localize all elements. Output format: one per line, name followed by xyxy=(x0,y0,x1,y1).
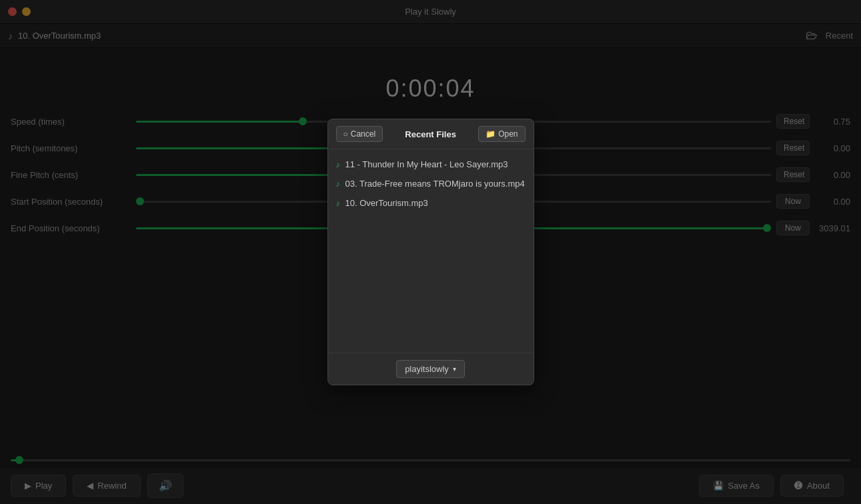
profile-label: playitslowly xyxy=(405,364,449,374)
modal-overlay[interactable]: ○ Cancel Recent Files 📁 Open ♪ 11 - Thun… xyxy=(0,0,861,504)
modal-footer: playitslowly ▾ xyxy=(328,353,534,385)
list-item[interactable]: ♪ 11 - Thunder In My Heart - Leo Sayer.m… xyxy=(328,155,534,174)
file-item-icon: ♪ xyxy=(336,199,340,208)
list-item[interactable]: ♪ 10. OverTourism.mp3 xyxy=(328,193,534,213)
modal-header: ○ Cancel Recent Files 📁 Open xyxy=(328,119,534,149)
modal-title: Recent Files xyxy=(388,129,473,139)
dropdown-arrow-icon: ▾ xyxy=(453,365,456,373)
file-item-name: 10. OverTourism.mp3 xyxy=(345,198,428,208)
file-item-name: 11 - Thunder In My Heart - Leo Sayer.mp3 xyxy=(345,159,508,169)
modal-file-list: ♪ 11 - Thunder In My Heart - Leo Sayer.m… xyxy=(328,149,534,353)
recent-files-modal: ○ Cancel Recent Files 📁 Open ♪ 11 - Thun… xyxy=(327,119,534,385)
file-item-icon: ♪ xyxy=(336,179,340,189)
cancel-icon: ○ xyxy=(343,129,348,139)
modal-cancel-button[interactable]: ○ Cancel xyxy=(336,126,383,142)
file-item-icon: ♪ xyxy=(336,160,340,169)
list-item[interactable]: ♪ 03. Trade-Free means TROMjaro is yours… xyxy=(328,174,534,193)
cancel-label: Cancel xyxy=(351,129,375,139)
profile-button[interactable]: playitslowly ▾ xyxy=(396,360,465,378)
open-folder-icon: 📁 xyxy=(486,129,496,139)
modal-open-button[interactable]: 📁 Open xyxy=(478,126,525,142)
open-label: Open xyxy=(498,129,518,139)
file-item-name: 03. Trade-Free means TROMjaro is yours.m… xyxy=(345,179,525,189)
